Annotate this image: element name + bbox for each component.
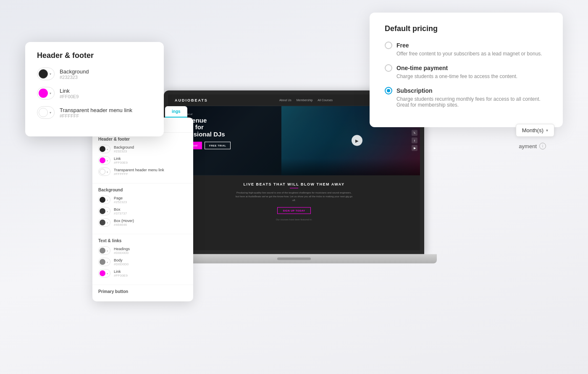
inner-swatch-text-link[interactable]: ▾ xyxy=(98,269,110,277)
radio-onetime[interactable] xyxy=(385,64,392,72)
inner-swatch-box-hover[interactable]: ▾ xyxy=(98,218,110,227)
inner-label-box: Box #373737 xyxy=(114,207,127,215)
tab-strip: ings xyxy=(165,106,187,118)
pricing-label-onetime: One-time payment xyxy=(396,65,448,71)
dropdown-arrow-transparent: ▾ xyxy=(50,111,51,115)
inner-arrow-page: ▾ xyxy=(107,199,108,201)
inner-row-page: ▾ Page #252323 xyxy=(98,196,187,204)
twitter-icon[interactable]: 𝕏 xyxy=(412,130,417,136)
radio-free[interactable] xyxy=(385,42,392,49)
inner-dot-box-hover xyxy=(100,220,105,225)
inner-arrow-bg: ▾ xyxy=(107,148,108,151)
inner-name-transparent: Transparent header menu link xyxy=(114,168,164,172)
color-label-link: Link #FF00E9 xyxy=(60,88,79,99)
color-hex-background: #232323 xyxy=(60,75,89,80)
inner-name-link: Link xyxy=(114,157,128,161)
pricing-desc-subscription: Charge students recurring monthly fees f… xyxy=(396,96,548,108)
inner-name-page: Page xyxy=(114,196,127,200)
month-label: Month(s) xyxy=(522,127,543,133)
inner-label-headings: Headings #D0D0D0 xyxy=(114,247,130,255)
inner-swatch-box[interactable]: ▾ xyxy=(98,207,110,215)
panel-pricing: Default pricing Free Offer free content … xyxy=(370,13,563,127)
inner-hex-page: #252323 xyxy=(114,200,127,204)
radio-subscription[interactable] xyxy=(385,87,392,94)
tab-colors[interactable]: ings xyxy=(165,106,187,118)
inner-section-text-links-title: Text & links xyxy=(98,238,187,243)
color-name-background: Background xyxy=(60,68,89,75)
inner-dot-text-link xyxy=(100,270,105,276)
inner-label-link: Link #FF00E9 xyxy=(114,157,128,165)
inner-label-text-link: Link #FF00E9 xyxy=(114,269,128,277)
youtube-icon[interactable]: ▶ xyxy=(412,145,417,151)
facebook-icon[interactable]: f xyxy=(412,138,417,144)
color-hex-link: #FF00E9 xyxy=(60,94,79,99)
free-trial-button[interactable]: FREE TRIAL xyxy=(205,142,231,149)
inner-dot-link xyxy=(100,157,105,163)
inner-label-page: Page #252323 xyxy=(114,196,127,204)
inner-row-headings: ▾ Headings #D0D0D0 xyxy=(98,246,187,255)
month-dropdown-arrow: ▾ xyxy=(546,128,548,133)
nav-courses[interactable]: All Courses xyxy=(318,99,333,102)
inner-swatch-link[interactable]: ▾ xyxy=(98,156,110,165)
inner-name-bg: Background xyxy=(114,145,134,149)
inner-row-box: ▾ Box #373737 xyxy=(98,207,187,215)
payment-label-text: ayment xyxy=(519,143,537,149)
inner-swatch-bg[interactable]: ▾ xyxy=(98,145,110,153)
inner-section-background-title: Background xyxy=(98,188,187,192)
pricing-label-free: Free xyxy=(396,42,409,49)
radio-inner-subscription xyxy=(387,89,390,92)
hero-social: 𝕏 f ▶ xyxy=(412,130,417,151)
inner-arrow-box: ▾ xyxy=(107,210,108,213)
signup-button[interactable]: SIGN UP TODAY xyxy=(277,207,310,214)
payment-info-row: ayment i xyxy=(519,143,546,149)
inner-row-box-hover: ▾ Box (Hover) #464646 xyxy=(98,218,187,227)
nav-about[interactable]: About Us xyxy=(279,99,291,102)
color-swatch-transparent[interactable]: ▾ xyxy=(37,106,55,119)
inner-name-headings: Headings xyxy=(114,247,130,251)
pricing-option-subscription: Subscription Charge students recurring m… xyxy=(385,87,548,108)
inner-label-box-hover: Box (Hover) #464646 xyxy=(114,219,134,227)
inner-arrow-box-hover: ▾ xyxy=(107,221,108,224)
inner-name-text-link: Link xyxy=(114,269,128,274)
inner-dot-bg xyxy=(100,146,105,152)
inner-section-primary-button-title: Primary button xyxy=(98,289,187,294)
inner-arrow-transparent: ▾ xyxy=(107,170,108,173)
color-row-transparent: ▾ Transparent header menu link #FFFFFF xyxy=(37,106,152,119)
inner-hex-transparent: #FFFFFF xyxy=(114,172,164,176)
inner-swatch-headings[interactable]: ▾ xyxy=(98,246,110,255)
panel-header-footer: Header & footer ▾ Background #232323 ▾ L… xyxy=(25,42,164,136)
dropdown-arrow-link: ▾ xyxy=(50,92,51,95)
inner-section-primary-button: Primary button xyxy=(92,285,193,301)
color-dot-pink xyxy=(39,89,48,98)
panel-header-footer-title: Header & footer xyxy=(37,51,152,60)
inner-arrow-text-link: ▾ xyxy=(107,272,108,275)
month-selector[interactable]: Month(s) ▾ xyxy=(516,124,554,137)
laptop-base xyxy=(151,254,437,263)
inner-name-box-hover: Box (Hover) xyxy=(114,219,134,223)
inner-section-header-footer: Header & footer ▾ Background #232323 ▾ L… xyxy=(92,133,193,183)
inner-row-bg: ▾ Background #232323 xyxy=(98,145,187,153)
inner-swatch-page[interactable]: ▾ xyxy=(98,196,110,204)
inner-swatch-transparent[interactable]: ▾ xyxy=(98,167,110,176)
color-swatch-background[interactable]: ▾ xyxy=(37,68,55,80)
color-row-background: ▾ Background #232323 xyxy=(37,68,152,80)
color-name-transparent: Transparent header menu link xyxy=(60,107,132,113)
pricing-option-onetime-header: One-time payment xyxy=(385,64,548,72)
inner-hex-bg: #232323 xyxy=(114,149,134,153)
color-swatch-link[interactable]: ▾ xyxy=(37,87,55,99)
inner-row-body: ▾ Body #D0D0D0 xyxy=(98,258,187,266)
nav-membership[interactable]: Membership xyxy=(297,99,313,102)
inner-hex-link: #FF00E9 xyxy=(114,161,128,165)
play-button[interactable]: ▶ xyxy=(352,135,362,146)
inner-dot-body xyxy=(100,259,105,265)
inner-swatch-body[interactable]: ▾ xyxy=(98,258,110,266)
info-icon[interactable]: i xyxy=(539,143,546,149)
color-label-background: Background #232323 xyxy=(60,68,89,80)
inner-label-transparent: Transparent header menu link #FFFFFF xyxy=(114,168,164,176)
panel-colors: ← Colors Header & footer ▾ Background #2… xyxy=(92,118,193,301)
inner-section-background: Background ▾ Page #252323 ▾ Box #373737 xyxy=(92,183,193,234)
site-logo: AUDIOBEATS xyxy=(175,98,208,102)
pricing-option-free: Free Offer free content to your subscrib… xyxy=(385,42,548,57)
pricing-option-onetime: One-time payment Charge students a one-t… xyxy=(385,64,548,79)
pricing-option-subscription-header: Subscription xyxy=(385,87,548,94)
